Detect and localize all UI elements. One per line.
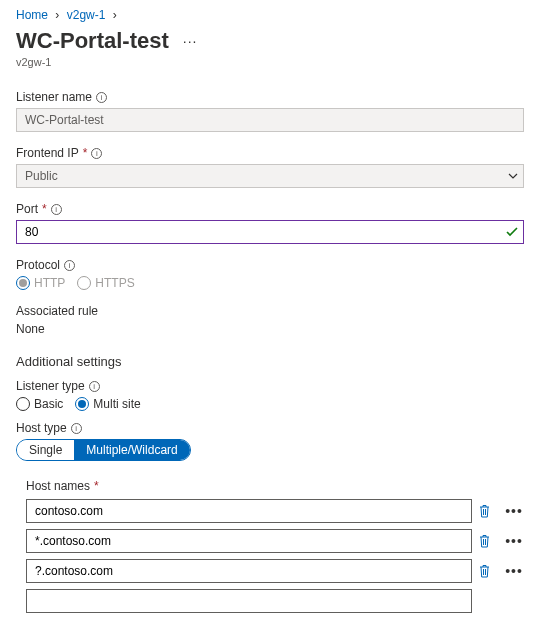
trash-icon[interactable] [478, 504, 498, 518]
frontend-ip-label: Frontend IP [16, 146, 79, 160]
info-icon[interactable]: i [51, 204, 62, 215]
port-label: Port [16, 202, 38, 216]
listener-type-label: Listener type [16, 379, 85, 393]
protocol-http-radio: HTTP [16, 276, 65, 290]
frontend-ip-select[interactable] [16, 164, 524, 188]
chevron-right-icon: › [51, 8, 63, 22]
info-icon[interactable]: i [96, 92, 107, 103]
trash-icon[interactable] [478, 564, 498, 578]
host-name-input[interactable] [26, 559, 472, 583]
info-icon[interactable]: i [64, 260, 75, 271]
listener-type-multi-radio[interactable]: Multi site [75, 397, 140, 411]
listener-type-basic-radio[interactable]: Basic [16, 397, 63, 411]
breadcrumb: Home › v2gw-1 › [16, 4, 524, 28]
associated-rule-label: Associated rule [16, 304, 98, 318]
listener-name-input [16, 108, 524, 132]
more-icon[interactable]: ••• [504, 563, 524, 579]
protocol-https-label: HTTPS [95, 276, 134, 290]
associated-rule-value: None [16, 322, 524, 336]
listener-name-label: Listener name [16, 90, 92, 104]
more-icon[interactable]: ••• [504, 503, 524, 519]
breadcrumb-home[interactable]: Home [16, 8, 48, 22]
page-title: WC-Portal-test [16, 28, 169, 54]
host-name-row: ••• [26, 499, 524, 523]
host-name-row: ••• [26, 559, 524, 583]
host-names-label: Host names [26, 479, 90, 493]
host-type-single-pill[interactable]: Single [17, 440, 74, 460]
protocol-https-radio: HTTPS [77, 276, 134, 290]
breadcrumb-parent[interactable]: v2gw-1 [67, 8, 106, 22]
page-subtitle: v2gw-1 [16, 56, 524, 68]
chevron-right-icon: › [109, 8, 121, 22]
listener-type-basic-label: Basic [34, 397, 63, 411]
additional-settings-header: Additional settings [16, 354, 524, 369]
info-icon[interactable]: i [91, 148, 102, 159]
listener-type-multi-label: Multi site [93, 397, 140, 411]
more-icon[interactable]: ••• [504, 533, 524, 549]
info-icon[interactable]: i [71, 423, 82, 434]
info-icon[interactable]: i [89, 381, 100, 392]
protocol-http-label: HTTP [34, 276, 65, 290]
required-icon: * [94, 479, 99, 493]
host-name-input[interactable] [26, 499, 472, 523]
host-type-toggle[interactable]: Single Multiple/Wildcard [16, 439, 191, 461]
trash-icon[interactable] [478, 534, 498, 548]
host-name-input[interactable] [26, 529, 472, 553]
port-input[interactable] [16, 220, 524, 244]
host-type-label: Host type [16, 421, 67, 435]
host-name-new-input[interactable] [26, 589, 472, 613]
host-name-row: ••• [26, 529, 524, 553]
more-actions-button[interactable]: ··· [179, 33, 202, 49]
protocol-label: Protocol [16, 258, 60, 272]
required-icon: * [83, 146, 88, 160]
host-type-multi-pill[interactable]: Multiple/Wildcard [74, 440, 189, 460]
required-icon: * [42, 202, 47, 216]
